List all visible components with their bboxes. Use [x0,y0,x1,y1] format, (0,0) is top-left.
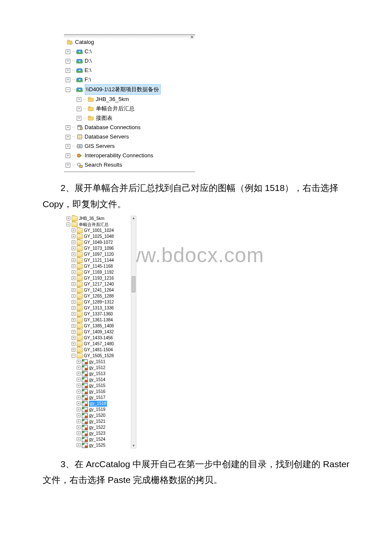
expander-icon[interactable]: + [77,413,81,417]
expander-icon[interactable]: + [77,402,81,405]
expand-icon[interactable]: + [77,107,81,111]
expander-icon[interactable]: + [72,318,75,322]
raster-item[interactable]: +gy_1515 [64,383,131,389]
expander-icon[interactable]: + [72,264,75,268]
folder-item[interactable]: +GY_1481-1504 [64,347,131,353]
expander-icon[interactable]: + [72,276,75,280]
expander-icon[interactable]: + [72,336,75,340]
folder-item[interactable]: +GY_1169_1192 [64,269,131,275]
expander-icon[interactable]: + [77,408,81,411]
collapse-icon[interactable]: − [66,87,70,92]
expander-icon[interactable]: + [72,288,75,292]
expand-icon[interactable]: + [66,153,70,158]
expander-icon[interactable]: + [72,270,75,274]
folder-item[interactable]: +GY_1025_1048 [64,234,131,240]
network-folder[interactable]: − ·· \\D409-1\12暑期项目数据备份 [64,84,195,95]
expand-icon[interactable]: + [77,116,81,121]
folder-item[interactable]: −单幅合并后汇总 [64,222,131,228]
expander-icon[interactable]: + [77,425,81,429]
expander-icon[interactable]: + [72,330,75,334]
folder-item[interactable]: +GY_1433-1456 [64,335,131,341]
catalog-item[interactable]: +··Database Connections [64,123,195,132]
drive-item[interactable]: +··D:\ [64,56,195,66]
expander-icon[interactable]: + [66,217,70,220]
folder-item[interactable]: +GY_1049-1072 [64,240,131,246]
catalog-item[interactable]: +··Search Results [64,160,195,170]
expand-icon[interactable]: + [66,59,70,64]
expander-icon[interactable]: + [77,372,81,376]
subfolder-item[interactable]: +··接图表 [64,113,195,123]
expander-icon[interactable]: + [77,390,81,393]
expand-icon[interactable]: + [66,49,70,54]
folder-item[interactable]: +GY_1073_1096 [64,246,131,251]
folder-item[interactable]: +GY_1313_1336 [64,305,131,311]
raster-item[interactable]: +gy_1520 [64,413,131,419]
expander-icon[interactable]: + [72,300,75,304]
folder-item[interactable]: +GY_1265_1288 [64,293,131,299]
subfolder-item[interactable]: +··JHB_36_5km [64,95,195,104]
expander-icon[interactable]: + [72,246,75,250]
folder-item[interactable]: +GY_1241_1264 [64,287,131,293]
folder-item[interactable]: +GY_1145-1168 [64,263,131,269]
expander-icon[interactable]: + [77,396,81,399]
expander-icon[interactable]: + [72,342,75,346]
expander-icon[interactable]: + [72,234,75,238]
drive-item[interactable]: +··E:\ [64,66,195,75]
scrollbar[interactable]: ▲ ▼ [131,216,136,448]
scroll-down-icon[interactable]: ▼ [131,444,136,448]
expander-icon[interactable]: + [72,258,75,262]
raster-item[interactable]: +gy_1513 [64,371,131,377]
catalog-item[interactable]: +··Interoperability Connections [64,151,195,160]
expander-icon[interactable]: + [72,228,75,232]
expander-icon[interactable]: + [72,324,75,328]
raster-item[interactable]: +gy_1521 [64,419,131,425]
close-icon[interactable]: ✕ [190,35,194,40]
expander-icon[interactable]: + [77,378,81,382]
catalog-item[interactable]: +··Database Servers [64,132,195,142]
expand-icon[interactable]: + [66,68,70,73]
expander-icon[interactable]: + [72,348,75,352]
folder-item[interactable]: +GY_1097_1120 [64,251,131,257]
raster-item[interactable]: +gy_1522 [64,425,131,431]
raster-item[interactable]: +gy_1511 [64,359,131,365]
raster-item[interactable]: +gy_1516 [64,389,131,395]
expand-icon[interactable]: + [66,135,70,139]
expander-icon[interactable]: + [72,306,75,310]
catalog-item[interactable]: +··GIS Servers [64,142,195,151]
folder-item[interactable]: +GY_1121_1144 [64,257,131,263]
folder-item[interactable]: +GY_1193_1216 [64,275,131,281]
expander-icon[interactable]: + [77,419,81,423]
folder-item[interactable]: +GY_1361-1384 [64,317,131,323]
folder-item[interactable]: +GY_1289~1312 [64,299,131,305]
folder-item[interactable]: +GY_1217_1240 [64,281,131,287]
raster-item[interactable]: +gy_1514 [64,377,131,383]
raster-item[interactable]: +gy_1519 [64,407,131,413]
raster-item[interactable]: +gy_1517 [64,395,131,401]
expand-icon[interactable]: + [66,125,70,130]
expand-icon[interactable]: + [77,97,81,102]
subfolder-item[interactable]: +··单幅合并后汇总 [64,104,195,113]
expander-icon[interactable]: − [72,354,75,358]
catalog-root[interactable]: Catalog [64,38,195,47]
expander-icon[interactable]: + [77,437,81,441]
expander-icon[interactable]: + [77,384,81,387]
expander-icon[interactable]: + [72,312,75,316]
expand-icon[interactable]: + [66,78,70,82]
expand-icon[interactable]: + [66,144,70,149]
raster-item[interactable]: +gy_1512 [64,365,131,371]
folder-item[interactable]: +GY_1001_1024 [64,228,131,234]
expander-icon[interactable]: + [77,431,81,435]
expander-icon[interactable]: + [77,366,81,370]
drive-item[interactable]: +··F:\ [64,75,195,84]
folder-item[interactable]: +GY_1409_1432 [64,329,131,335]
folder-item[interactable]: +GY_1457_1480 [64,341,131,347]
raster-item[interactable]: +gy_1524 [64,436,131,442]
folder-item[interactable]: +GY_1337-1360 [64,311,131,317]
scroll-up-icon[interactable]: ▲ [131,216,136,220]
expander-icon[interactable]: + [72,240,75,244]
folder-item[interactable]: +GY_1385_1408 [64,323,131,329]
expander-icon[interactable]: − [66,223,70,226]
expander-icon[interactable]: + [72,252,75,256]
expand-icon[interactable]: + [66,163,70,168]
folder-item[interactable]: −GY_1505_1528 [64,353,131,359]
